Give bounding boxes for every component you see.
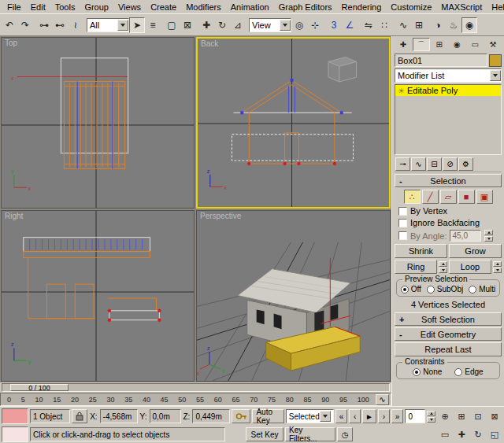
- menu-item-file[interactable]: File: [2, 2, 26, 13]
- redo-icon[interactable]: ↷: [17, 17, 33, 33]
- tab-create[interactable]: ✚: [395, 38, 412, 51]
- curve-editor-icon[interactable]: ∿: [395, 17, 411, 33]
- remove-modifier-icon[interactable]: ⊘: [443, 157, 458, 171]
- named-selection-sets-dropdown[interactable]: All: [87, 18, 129, 32]
- preview-multi-radio[interactable]: [469, 286, 476, 293]
- arc-rotate-icon[interactable]: ↻: [470, 426, 486, 442]
- tab-motion[interactable]: ◉: [448, 38, 465, 51]
- schematic-view-icon[interactable]: ⊞: [411, 17, 427, 33]
- select-and-rotate-icon[interactable]: ↻: [214, 17, 230, 33]
- select-and-manipulate-icon[interactable]: ⊹: [307, 17, 323, 33]
- undo-icon[interactable]: ↶: [2, 17, 17, 33]
- viewport-top[interactable]: Top x: [1, 37, 195, 209]
- viewport-back[interactable]: Back: [196, 37, 391, 209]
- rectangular-selection-region-icon[interactable]: ▢: [164, 17, 180, 33]
- select-and-link-icon[interactable]: ⊶: [36, 17, 52, 33]
- maximize-viewport-toggle-icon[interactable]: ◱: [487, 426, 502, 442]
- tab-display[interactable]: ▭: [466, 38, 484, 51]
- z-coord-field[interactable]: 0,449m: [192, 409, 230, 423]
- material-editor-icon[interactable]: ◑: [430, 17, 446, 33]
- viewport-perspective-label[interactable]: Perspective: [200, 212, 241, 220]
- menu-item-rendering[interactable]: Rendering: [337, 2, 387, 13]
- by-vertex-checkbox[interactable]: [398, 207, 407, 216]
- window-crossing-icon[interactable]: ⊠: [180, 17, 195, 33]
- vertex-subobject-icon[interactable]: ∴: [404, 190, 421, 204]
- time-slider-track[interactable]: 0 / 100: [2, 383, 390, 392]
- preview-subobj-radio[interactable]: [427, 286, 435, 293]
- soft-selection-rollout-header[interactable]: + Soft Selection: [395, 312, 502, 326]
- y-coord-field[interactable]: 0,0m: [150, 409, 181, 423]
- mirror-icon[interactable]: ⇋: [361, 17, 376, 33]
- ignore-backfacing-checkbox[interactable]: [398, 219, 407, 227]
- viewport-top-label[interactable]: Top: [5, 39, 17, 47]
- frame-spinner[interactable]: [427, 411, 435, 423]
- element-subobject-icon[interactable]: ▣: [476, 190, 493, 204]
- menu-item-graph-editors[interactable]: Graph Editors: [274, 2, 337, 13]
- zoom-all-icon[interactable]: ⊞: [454, 408, 469, 424]
- select-and-move-icon[interactable]: ✚: [198, 17, 214, 33]
- shrink-button[interactable]: Shrink: [395, 244, 447, 258]
- x-coord-field[interactable]: -4,568m: [100, 409, 138, 423]
- preview-off-radio[interactable]: [401, 286, 409, 293]
- by-angle-checkbox[interactable]: [398, 231, 407, 240]
- align-icon[interactable]: ∷: [376, 17, 392, 33]
- menu-item-views[interactable]: Views: [113, 2, 146, 13]
- time-slider-thumb[interactable]: 0 / 100: [10, 384, 69, 391]
- dropdown-arrow-icon[interactable]: [490, 70, 501, 81]
- dropdown-arrow-icon[interactable]: [280, 20, 291, 31]
- modifier-list-dropdown[interactable]: Modifier List: [395, 68, 502, 83]
- menu-item-animation[interactable]: Animation: [226, 2, 274, 13]
- pin-stack-icon[interactable]: ⊸: [395, 157, 410, 171]
- set-keys-button[interactable]: [232, 409, 250, 423]
- mini-curve-editor-icon[interactable]: ∿: [376, 394, 389, 405]
- loop-spinner[interactable]: [493, 261, 502, 273]
- show-end-result-icon[interactable]: ∿: [411, 157, 426, 171]
- dropdown-arrow-icon[interactable]: [117, 20, 128, 31]
- use-pivot-point-center-icon[interactable]: ◎: [291, 17, 307, 33]
- viewport-right-label[interactable]: Right: [5, 212, 23, 220]
- menu-item-modifiers[interactable]: Modifiers: [181, 2, 226, 13]
- menu-item-edit[interactable]: Edit: [26, 2, 50, 13]
- viewport-back-label[interactable]: Back: [201, 39, 218, 48]
- edit-geometry-rollout-header[interactable]: - Edit Geometry: [395, 327, 502, 341]
- menu-item-tools[interactable]: Tools: [50, 2, 80, 13]
- pan-icon[interactable]: ✚: [454, 426, 469, 442]
- unlink-selection-icon[interactable]: ⊷: [52, 17, 68, 33]
- select-object-icon[interactable]: ➤: [129, 17, 145, 33]
- tab-modify[interactable]: ⌒: [413, 38, 430, 51]
- auto-key-button[interactable]: Auto Key: [252, 409, 284, 423]
- border-subobject-icon[interactable]: ▱: [440, 190, 457, 204]
- set-key-button[interactable]: Set Key: [246, 427, 284, 441]
- by-angle-spinner[interactable]: [484, 230, 493, 242]
- make-unique-icon[interactable]: ⊟: [427, 157, 442, 171]
- menu-item-create[interactable]: Create: [146, 2, 181, 13]
- viewport-right[interactable]: Right: [1, 210, 195, 382]
- play-button[interactable]: ►: [362, 409, 376, 423]
- stack-item-editable-poly[interactable]: ☀ Editable Poly: [395, 85, 501, 96]
- key-mode-dropdown[interactable]: Selected: [286, 409, 334, 423]
- constraint-edge-radio[interactable]: [454, 368, 462, 376]
- tab-hierarchy[interactable]: ⊞: [431, 38, 448, 51]
- menu-item-maxscript[interactable]: MAXScript: [436, 2, 487, 13]
- key-filters-button[interactable]: Key Filters...: [285, 427, 335, 441]
- maxscript-mini-listener-white[interactable]: [2, 426, 28, 442]
- go-to-end-button[interactable]: »: [391, 409, 404, 423]
- loop-button[interactable]: Loop: [449, 260, 491, 274]
- zoom-extents-icon[interactable]: ⊡: [470, 408, 486, 424]
- quick-render-icon[interactable]: ◉: [461, 17, 477, 33]
- tab-utilities[interactable]: ⚒: [484, 38, 502, 51]
- repeat-last-button[interactable]: Repeat Last: [395, 342, 502, 356]
- modifier-stack[interactable]: ☀ Editable Poly: [395, 84, 502, 155]
- current-frame-field[interactable]: 0: [405, 409, 425, 423]
- previous-frame-button[interactable]: ‹: [349, 409, 361, 423]
- zoom-region-icon[interactable]: ▭: [437, 426, 453, 442]
- selection-rollout-header[interactable]: - Selection: [395, 174, 502, 187]
- bind-to-space-warp-icon[interactable]: ≀: [68, 17, 83, 33]
- grow-button[interactable]: Grow: [449, 244, 502, 258]
- snaps-toggle-icon[interactable]: 3: [326, 17, 342, 33]
- object-color-swatch[interactable]: [489, 54, 502, 67]
- constraint-none-radio[interactable]: [413, 368, 421, 376]
- menu-item-help[interactable]: Help: [487, 2, 504, 13]
- ring-button[interactable]: Ring: [395, 260, 437, 274]
- edge-subobject-icon[interactable]: ╱: [422, 190, 439, 204]
